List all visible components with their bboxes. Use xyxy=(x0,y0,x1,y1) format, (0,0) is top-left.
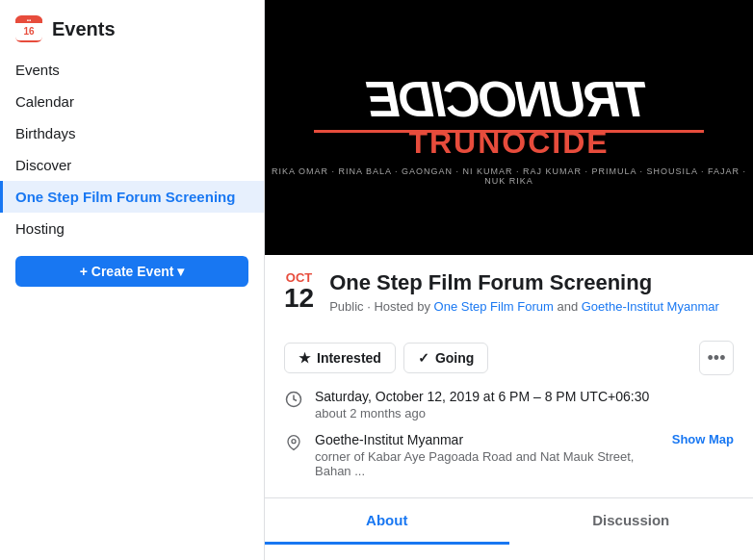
sidebar: ▪▪ 16 Events Events Calendar Birthdays D… xyxy=(0,0,265,560)
cover-small-text: RIKA OMAR · RINA BALA · GAONGAN · NI KUM… xyxy=(265,166,753,186)
sidebar-title: Events xyxy=(52,18,116,40)
and-text: and xyxy=(554,299,582,314)
more-options-button[interactable]: ••• xyxy=(699,341,734,375)
sidebar-item-one-step[interactable]: One Step Film Forum Screening xyxy=(0,181,264,213)
host1-link[interactable]: One Step Film Forum xyxy=(434,299,554,314)
sidebar-item-events[interactable]: Events xyxy=(0,54,264,86)
sidebar-header: ▪▪ 16 Events xyxy=(0,12,264,54)
datetime-primary: Saturday, October 12, 2019 at 6 PM – 8 P… xyxy=(315,389,734,404)
location-name: Goethe-Institut Myanmar xyxy=(315,432,664,447)
sidebar-item-discover[interactable]: Discover xyxy=(0,149,264,181)
going-label: Going xyxy=(435,350,474,366)
location-row: Goethe-Institut Myanmar corner of Kabar … xyxy=(284,432,734,478)
event-meta: Public · Hosted by One Step Film Forum a… xyxy=(329,299,734,314)
cover-inner: TRUNOCIDE TRUNOCIDE RIKA OMAR · RINA BAL… xyxy=(265,0,753,255)
tab-discussion[interactable]: Discussion xyxy=(509,498,754,545)
location-icon xyxy=(284,433,303,452)
sidebar-item-birthdays[interactable]: Birthdays xyxy=(0,117,264,149)
event-cover: TRUNOCIDE TRUNOCIDE RIKA OMAR · RINA BAL… xyxy=(265,0,753,255)
calendar-icon: ▪▪ 16 xyxy=(15,15,42,42)
host2-link[interactable]: Goethe-Institut Myanmar xyxy=(582,299,719,314)
event-info: OCT 12 One Step Film Forum Screening Pub… xyxy=(265,255,753,329)
going-button[interactable]: ✓ Going xyxy=(403,343,488,373)
svg-point-1 xyxy=(292,440,296,444)
date-block: OCT 12 xyxy=(284,270,314,312)
cover-big-text: TRUNOCIDE xyxy=(265,70,753,128)
location-name-row: Goethe-Institut Myanmar corner of Kabar … xyxy=(315,432,734,478)
main-content: TRUNOCIDE TRUNOCIDE RIKA OMAR · RINA BAL… xyxy=(265,0,753,560)
location-address: corner of Kabar Aye Pagoada Road and Nat… xyxy=(315,449,664,478)
datetime-row: Saturday, October 12, 2019 at 6 PM – 8 P… xyxy=(284,389,734,420)
tab-about[interactable]: About xyxy=(265,498,509,545)
sidebar-item-hosting[interactable]: Hosting xyxy=(0,213,264,244)
interested-button[interactable]: ★ Interested xyxy=(284,343,396,373)
clock-icon xyxy=(284,390,303,409)
interested-label: Interested xyxy=(317,350,381,366)
sidebar-item-calendar[interactable]: Calendar xyxy=(0,86,264,117)
check-icon: ✓ xyxy=(418,350,429,366)
datetime-secondary: about 2 months ago xyxy=(315,406,734,420)
event-date-row: OCT 12 One Step Film Forum Screening Pub… xyxy=(284,270,734,314)
meta-text: Public · Hosted by xyxy=(329,299,433,314)
action-row: ★ Interested ✓ Going ••• xyxy=(265,341,753,375)
event-details: One Step Film Forum Screening Public · H… xyxy=(329,270,734,314)
datetime-text: Saturday, October 12, 2019 at 6 PM – 8 P… xyxy=(315,389,734,420)
star-icon: ★ xyxy=(299,350,311,366)
cover-text-wrap: TRUNOCIDE TRUNOCIDE RIKA OMAR · RINA BAL… xyxy=(265,70,753,186)
create-event-button[interactable]: + Create Event ▾ xyxy=(15,256,248,287)
show-map-link[interactable]: Show Map xyxy=(672,432,734,446)
event-title: One Step Film Forum Screening xyxy=(329,270,734,295)
location-text: Goethe-Institut Myanmar corner of Kabar … xyxy=(315,432,734,478)
cover-red-text: TRUNOCIDE xyxy=(265,125,753,161)
bottom-tabs: About Discussion xyxy=(265,497,753,545)
more-dots-icon: ••• xyxy=(708,348,726,369)
event-schedule: Saturday, October 12, 2019 at 6 PM – 8 P… xyxy=(265,389,753,490)
date-day: 12 xyxy=(284,285,314,312)
